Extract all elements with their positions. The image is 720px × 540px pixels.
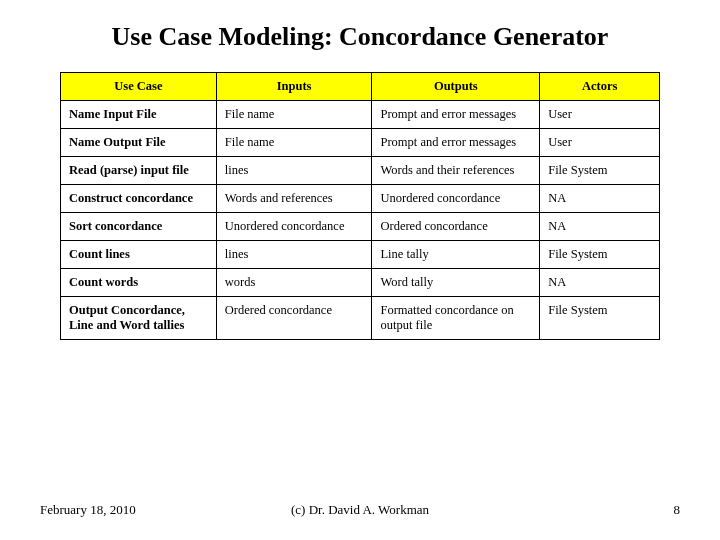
table-row: Name Output File File name Prompt and er…: [61, 129, 660, 157]
cell-inputs: Words and references: [216, 185, 372, 213]
cell-inputs: lines: [216, 241, 372, 269]
footer-page-number: 8: [467, 502, 680, 518]
cell-inputs: lines: [216, 157, 372, 185]
footer-copyright: (c) Dr. David A. Workman: [253, 502, 466, 518]
table-row: Count words words Word tally NA: [61, 269, 660, 297]
cell-actors: NA: [540, 213, 660, 241]
cell-inputs: Unordered concordance: [216, 213, 372, 241]
header-use-case: Use Case: [61, 73, 217, 101]
table-row: Construct concordance Words and referenc…: [61, 185, 660, 213]
cell-use-case: Count lines: [61, 241, 217, 269]
cell-outputs: Prompt and error messages: [372, 129, 540, 157]
slide-title: Use Case Modeling: Concordance Generator: [0, 0, 720, 72]
table-header-row: Use Case Inputs Outputs Actors: [61, 73, 660, 101]
cell-outputs: Formatted concordance on output file: [372, 297, 540, 340]
cell-outputs: Unordered concordance: [372, 185, 540, 213]
cell-inputs: File name: [216, 101, 372, 129]
cell-outputs: Line tally: [372, 241, 540, 269]
cell-inputs: words: [216, 269, 372, 297]
table-row: Output Concordance, Line and Word tallie…: [61, 297, 660, 340]
footer-date: February 18, 2010: [40, 502, 253, 518]
cell-use-case: Sort concordance: [61, 213, 217, 241]
cell-actors: NA: [540, 269, 660, 297]
table-row: Count lines lines Line tally File System: [61, 241, 660, 269]
cell-actors: File System: [540, 297, 660, 340]
cell-actors: NA: [540, 185, 660, 213]
cell-use-case: Name Output File: [61, 129, 217, 157]
header-inputs: Inputs: [216, 73, 372, 101]
cell-use-case: Read (parse) input file: [61, 157, 217, 185]
cell-inputs: File name: [216, 129, 372, 157]
cell-inputs: Ordered concordance: [216, 297, 372, 340]
slide-footer: February 18, 2010 (c) Dr. David A. Workm…: [0, 502, 720, 518]
header-outputs: Outputs: [372, 73, 540, 101]
cell-actors: User: [540, 129, 660, 157]
cell-actors: File System: [540, 241, 660, 269]
cell-outputs: Words and their references: [372, 157, 540, 185]
cell-use-case: Output Concordance, Line and Word tallie…: [61, 297, 217, 340]
cell-outputs: Ordered concordance: [372, 213, 540, 241]
cell-use-case: Name Input File: [61, 101, 217, 129]
cell-outputs: Prompt and error messages: [372, 101, 540, 129]
table-row: Sort concordance Unordered concordance O…: [61, 213, 660, 241]
cell-actors: User: [540, 101, 660, 129]
cell-use-case: Construct concordance: [61, 185, 217, 213]
cell-outputs: Word tally: [372, 269, 540, 297]
table-row: Read (parse) input file lines Words and …: [61, 157, 660, 185]
cell-use-case: Count words: [61, 269, 217, 297]
cell-actors: File System: [540, 157, 660, 185]
use-case-table-container: Use Case Inputs Outputs Actors Name Inpu…: [0, 72, 720, 340]
header-actors: Actors: [540, 73, 660, 101]
table-row: Name Input File File name Prompt and err…: [61, 101, 660, 129]
use-case-table: Use Case Inputs Outputs Actors Name Inpu…: [60, 72, 660, 340]
